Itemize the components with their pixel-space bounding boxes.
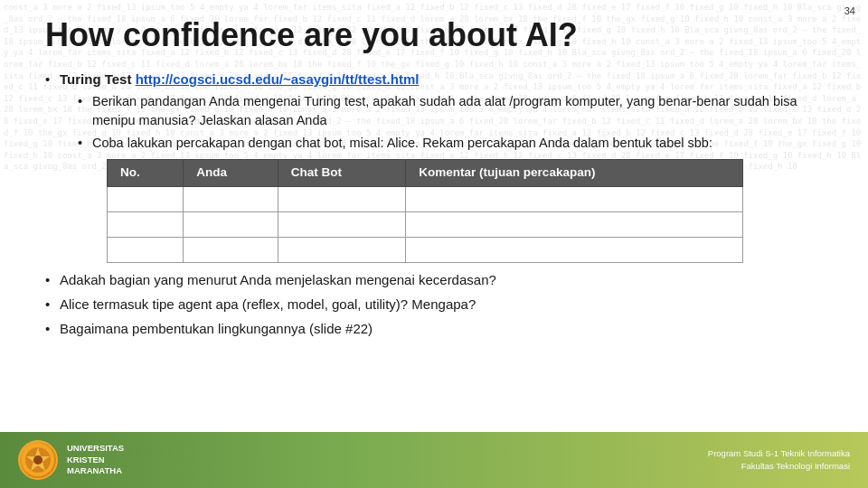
cell bbox=[184, 187, 278, 212]
cell bbox=[108, 238, 184, 263]
col-header-anda: Anda bbox=[184, 160, 278, 187]
table-row bbox=[108, 238, 743, 263]
sub-bullet-1: Berikan pandangan Anda mengenai Turing t… bbox=[78, 92, 841, 129]
logo-emblem bbox=[20, 442, 56, 478]
cell bbox=[108, 187, 184, 212]
turing-url: http://cogsci.ucsd.edu/~asaygin/tt/ttest… bbox=[136, 71, 420, 87]
table-header-row: No. Anda Chat Bot Komentar (tujuan perca… bbox=[108, 160, 743, 187]
cell bbox=[406, 238, 742, 263]
turing-label-bold: Turing Test bbox=[60, 71, 131, 87]
cell bbox=[406, 212, 742, 238]
cell bbox=[278, 238, 406, 263]
logo-area: UNIVERSITAS KRISTEN MARANATHA bbox=[18, 440, 124, 480]
slide-number: 34 bbox=[844, 5, 855, 16]
sub-bullet-list: Berikan pandangan Anda mengenai Turing t… bbox=[78, 92, 841, 263]
conversation-table: No. Anda Chat Bot Komentar (tujuan perca… bbox=[107, 159, 743, 263]
cell bbox=[108, 212, 184, 238]
col-header-no: No. bbox=[108, 160, 184, 187]
footer-bar: UNIVERSITAS KRISTEN MARANATHA Program St… bbox=[0, 432, 868, 488]
university-logo bbox=[18, 440, 58, 480]
program-info: Program Studi S-1 Teknik Informatika Fak… bbox=[708, 447, 850, 474]
main-bullet-list: Turing Test http://cogsci.ucsd.edu/~asay… bbox=[45, 70, 841, 338]
main-content: How confidence are you about AI? Turing … bbox=[45, 16, 841, 429]
col-header-komentar: Komentar (tujuan percakapan) bbox=[406, 160, 742, 187]
col-header-chatbot: Chat Bot bbox=[278, 160, 406, 187]
bottom-bullet-1: Adakah bagian yang menurut Anda menjelas… bbox=[45, 270, 841, 289]
slide-title: How confidence are you about AI? bbox=[45, 16, 841, 53]
table-row bbox=[108, 212, 743, 238]
bottom-bullet-2: Alice termasuk tipe agent apa (reflex, m… bbox=[45, 295, 841, 314]
cell bbox=[278, 212, 406, 238]
cell bbox=[184, 238, 278, 263]
bullet-turing: Turing Test http://cogsci.ucsd.edu/~asay… bbox=[45, 70, 841, 263]
bottom-bullet-3: Bagaimana pembentukan lingkungannya (sli… bbox=[45, 319, 841, 338]
table-row bbox=[108, 187, 743, 212]
cell bbox=[406, 187, 742, 212]
turing-link[interactable]: http://cogsci.ucsd.edu/~asaygin/tt/ttest… bbox=[136, 71, 420, 87]
university-name-text: UNIVERSITAS KRISTEN MARANATHA bbox=[67, 443, 124, 476]
cell bbox=[278, 187, 406, 212]
svg-point-3 bbox=[33, 455, 42, 465]
sub-bullet-2: Coba lakukan percakapan dengan chat bot,… bbox=[78, 134, 841, 263]
cell bbox=[184, 212, 278, 238]
